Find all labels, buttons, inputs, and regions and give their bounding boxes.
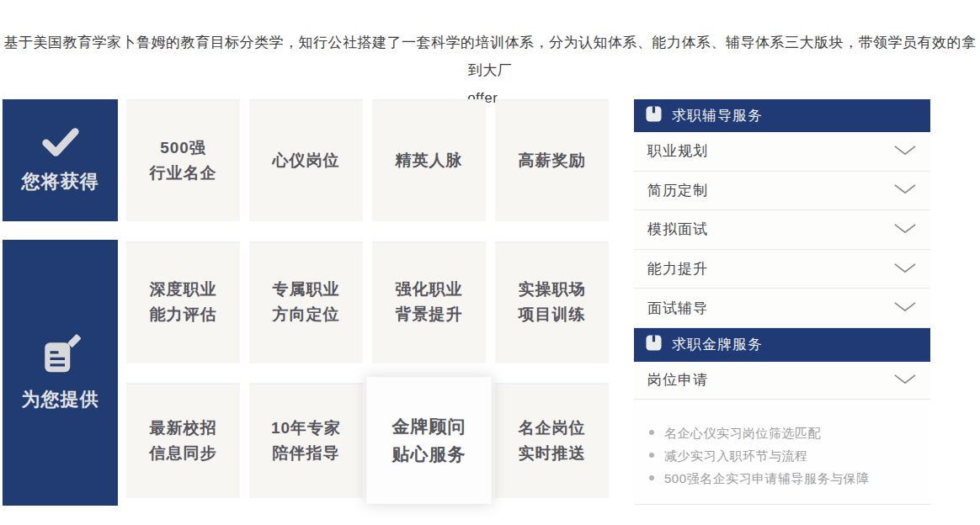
gold-service-bullet-list: 名企心仪实习岗位筛选匹配 减少实习入职环节与流程 500强名企实习申请辅导服务与… [634, 400, 930, 505]
accordion-label: 岗位申请 [647, 370, 708, 390]
feature-card-high-salary: 高薪奖励 [495, 99, 609, 221]
feature-card-label: 500强 [160, 135, 206, 161]
list-item: 减少实习入职环节与流程 [649, 444, 915, 467]
bullet-dot-icon [649, 453, 654, 458]
feature-card-job-push: 名企岗位 实时推送 [495, 383, 609, 498]
accordion-label: 模拟面试 [647, 220, 708, 239]
chevron-down-icon[interactable] [893, 262, 917, 277]
bullet-dot-icon [649, 430, 654, 435]
accordion-item-mock-interview[interactable]: 模拟面试 [634, 210, 930, 250]
feature-card-label: 最新校招 [150, 416, 217, 441]
chevron-down-icon[interactable] [893, 144, 917, 159]
services-panel: 求职辅导服务 职业规划 简历定制 模拟面试 能力提升 [634, 99, 930, 505]
list-item: 500强名企实习申请辅导服务与保障 [649, 467, 915, 490]
feature-card-background-boost: 强化职业 背景提升 [372, 241, 486, 363]
panel-header-coaching: 求职辅导服务 [634, 99, 930, 132]
block-we-provide: 为您提供 [3, 240, 118, 506]
feature-card-deep-assessment: 深度职业 能力评估 [126, 241, 240, 363]
list-item: 名企心仪实习岗位筛选匹配 [649, 422, 915, 444]
feature-card-elite-network: 精英人脉 [372, 99, 486, 221]
feature-card-label: 10年专家 [271, 416, 341, 441]
block-gain-label: 您将获得 [22, 169, 99, 194]
panel-header-gold: 求职金牌服务 [634, 328, 930, 362]
feature-card-label: 背景提升 [396, 302, 463, 327]
accordion-item-job-application[interactable]: 岗位申请 [634, 362, 930, 400]
page: 基于美国教育学家卜鲁姆的教育目标分类学，知行公社搭建了一套科学的培训体系，分为认… [0, 0, 980, 525]
panel-header-gold-label: 求职金牌服务 [672, 335, 763, 354]
feature-card-project-training: 实操职场 项目训练 [495, 241, 609, 363]
accordion-item-career-planning[interactable]: 职业规划 [634, 132, 930, 172]
feature-grid: 500强 行业名企 心仪岗位 精英人脉 高薪奖励 深度职业 能力评估 专属职业 … [126, 99, 609, 498]
feature-card-career-positioning: 专属职业 方向定位 [249, 241, 363, 363]
feature-card-label: 陪伴指导 [273, 441, 340, 466]
feature-card-label: 项目训练 [519, 302, 586, 327]
bullet-text: 减少实习入职环节与流程 [664, 444, 808, 467]
feature-card-label: 贴心服务 [392, 441, 466, 469]
block-you-will-gain: 您将获得 [3, 99, 118, 221]
feature-card-label: 方向定位 [273, 302, 340, 327]
feature-card-label: 信息同步 [150, 441, 217, 466]
chevron-down-icon[interactable] [893, 373, 917, 388]
block-provide-label: 为您提供 [22, 387, 99, 412]
bullet-text: 500强名企实习申请辅导服务与保障 [664, 467, 870, 490]
accordion-label: 简历定制 [647, 181, 708, 200]
chevron-down-icon[interactable] [893, 183, 917, 198]
feature-card-label: 强化职业 [396, 277, 463, 302]
feature-card-label: 心仪岗位 [273, 148, 340, 173]
feature-card-label: 精英人脉 [396, 148, 463, 173]
feature-card-500-companies: 500强 行业名企 [126, 99, 240, 221]
book-icon [646, 335, 662, 355]
book-icon [646, 106, 662, 126]
panel-header-coaching-label: 求职辅导服务 [672, 106, 763, 125]
feature-card-label: 行业名企 [150, 161, 217, 186]
intro-line-1: 基于美国教育学家卜鲁姆的教育目标分类学，知行公社搭建了一套科学的培训体系，分为认… [0, 29, 980, 84]
feature-card-label: 实操职场 [519, 277, 586, 302]
document-edit-icon [37, 333, 84, 379]
feature-card-label: 名企岗位 [519, 416, 586, 441]
feature-card-gold-consultant: 金牌顾问 贴心服务 [366, 377, 492, 504]
accordion-item-ability-improvement[interactable]: 能力提升 [634, 250, 930, 289]
feature-card-campus-recruiting: 最新校招 信息同步 [126, 383, 240, 498]
accordion-item-resume-customization[interactable]: 简历定制 [634, 172, 930, 211]
chevron-down-icon[interactable] [893, 222, 917, 237]
accordion-item-interview-coaching[interactable]: 面试辅导 [634, 289, 930, 328]
bullet-text: 名企心仪实习岗位筛选匹配 [664, 422, 821, 444]
check-icon [41, 127, 80, 161]
feature-card-label: 深度职业 [150, 277, 217, 302]
feature-card-label: 能力评估 [150, 302, 217, 327]
feature-card-label: 金牌顾问 [392, 413, 466, 441]
chevron-down-icon[interactable] [893, 300, 917, 316]
feature-card-ideal-job: 心仪岗位 [249, 99, 363, 221]
accordion-label: 职业规划 [647, 141, 708, 161]
feature-card-expert-guidance: 10年专家 陪伴指导 [249, 383, 363, 498]
accordion-label: 面试辅导 [647, 299, 708, 318]
accordion-label: 能力提升 [647, 259, 708, 278]
bullet-dot-icon [649, 475, 654, 480]
feature-card-label: 实时推送 [519, 441, 586, 466]
feature-card-label: 高薪奖励 [519, 148, 586, 173]
feature-card-label: 专属职业 [273, 277, 340, 302]
